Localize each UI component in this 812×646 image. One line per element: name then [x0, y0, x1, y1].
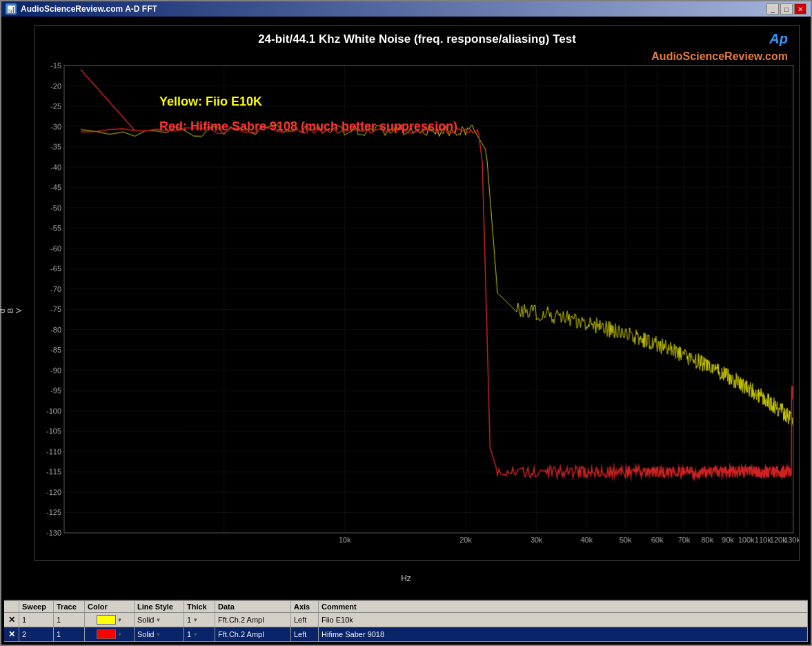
- header-linestyle: Line Style: [135, 601, 184, 612]
- y-axis-label: d B V: [0, 306, 23, 313]
- header-check: [4, 601, 19, 612]
- data-table: Sweep Trace Color Line Style Thick Data …: [4, 600, 808, 642]
- table-row[interactable]: ✕ 2 1 ▼ Solid ▼: [4, 627, 808, 642]
- minimize-button[interactable]: _: [766, 3, 779, 14]
- row1-color[interactable]: ▼: [85, 613, 135, 627]
- header-sweep: Sweep: [19, 601, 54, 612]
- row2-axis: Left: [291, 627, 319, 641]
- header-axis: Axis: [291, 601, 319, 612]
- row1-trace: 1: [54, 613, 85, 627]
- app-icon: 📊: [6, 3, 17, 14]
- window-controls: _ □ ✕: [766, 3, 806, 14]
- row2-sweep: 2: [19, 627, 54, 641]
- legend-red: Red: Hifime Sabre 9108 (much better supp…: [159, 119, 457, 134]
- chart-container: d B V 24-bit/44.1 Khz White Noise (freq.…: [4, 19, 808, 600]
- row1-linestyle[interactable]: Solid ▼: [135, 613, 184, 627]
- main-window: 📊 AudioScienceReview.com A-D FFT _ □ ✕ d…: [0, 0, 812, 646]
- row2-linestyle[interactable]: Solid ▼: [135, 627, 184, 641]
- header-color: Color: [85, 601, 135, 612]
- row1-comment: Fiio E10k: [319, 613, 808, 627]
- row1-thick[interactable]: 1 ▼: [184, 613, 215, 627]
- ap-logo: Ap: [769, 31, 788, 47]
- maximize-button[interactable]: □: [780, 3, 793, 14]
- watermark: AudioScienceReview.com: [651, 50, 788, 63]
- row2-trace: 1: [54, 627, 85, 641]
- table-row[interactable]: ✕ 1 1 ▼ Solid ▼: [4, 613, 808, 627]
- row1-color-swatch: [97, 615, 116, 625]
- row2-color[interactable]: ▼: [85, 627, 135, 641]
- chart-canvas: [35, 26, 799, 560]
- row1-sweep: 1: [19, 613, 54, 627]
- row2-data: Fft.Ch.2 Ampl: [215, 627, 291, 641]
- row2-thick[interactable]: 1 ▼: [184, 627, 215, 641]
- row1-checkbox[interactable]: ✕: [4, 613, 19, 627]
- chart-area: 24-bit/44.1 Khz White Noise (freq. respo…: [34, 25, 800, 561]
- chart-title: 24-bit/44.1 Khz White Noise (freq. respo…: [258, 32, 576, 46]
- content-area: d B V 24-bit/44.1 Khz White Noise (freq.…: [1, 17, 811, 645]
- legend-yellow: Yellow: Fiio E10K: [159, 95, 262, 109]
- header-trace: Trace: [54, 601, 85, 612]
- row2-color-swatch: [97, 629, 116, 639]
- x-axis-label: Hz: [401, 574, 411, 583]
- row2-checkbox[interactable]: ✕: [4, 627, 19, 641]
- window-title: AudioScienceReview.com A-D FFT: [21, 4, 157, 14]
- row1-axis: Left: [291, 613, 319, 627]
- table-header: Sweep Trace Color Line Style Thick Data …: [4, 601, 808, 613]
- header-thick: Thick: [184, 601, 215, 612]
- row2-comment: Hifime Saber 9018: [319, 627, 808, 641]
- close-button[interactable]: ✕: [794, 3, 806, 14]
- title-bar: 📊 AudioScienceReview.com A-D FFT _ □ ✕: [1, 1, 811, 17]
- row1-data: Fft.Ch.2 Ampl: [215, 613, 291, 627]
- header-comment: Comment: [319, 601, 808, 612]
- header-data: Data: [215, 601, 291, 612]
